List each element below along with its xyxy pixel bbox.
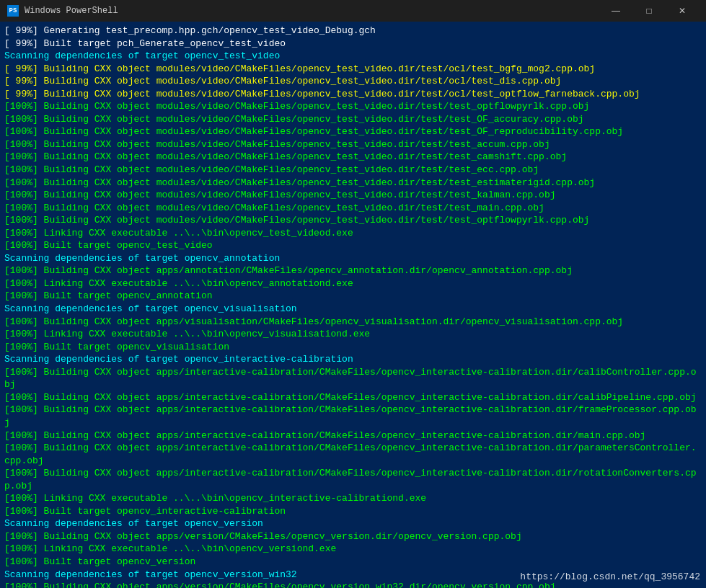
terminal-line: [100%] Building CXX object apps/interact… bbox=[4, 467, 702, 492]
terminal-line: [100%] Building CXX object apps/annotati… bbox=[4, 264, 702, 277]
terminal-line: [100%] Building CXX object apps/interact… bbox=[4, 366, 702, 391]
close-button[interactable]: ✕ bbox=[666, 0, 699, 22]
terminal-line: [100%] Building CXX object apps/interact… bbox=[4, 404, 702, 429]
terminal-line: Scanning dependencies of target opencv_v… bbox=[4, 303, 702, 316]
app-icon: PS bbox=[7, 5, 19, 17]
maximize-button[interactable]: □ bbox=[632, 0, 666, 22]
window-title: Windows PowerShell bbox=[25, 6, 599, 16]
terminal-line: [100%] Building CXX object modules/video… bbox=[4, 202, 702, 215]
terminal-line: [100%] Building CXX object modules/video… bbox=[4, 177, 702, 190]
window: PS Windows PowerShell — □ ✕ [ 99%] Gener… bbox=[0, 0, 706, 588]
terminal-line: Scanning dependencies of target opencv_v… bbox=[4, 517, 702, 530]
terminal-line: [100%] Linking CXX executable ..\..\bin\… bbox=[4, 492, 702, 505]
terminal-line: [100%] Building CXX object apps/interact… bbox=[4, 429, 702, 442]
terminal-line: Scanning dependencies of target opencv_t… bbox=[4, 50, 702, 63]
terminal-line: [100%] Building CXX object modules/video… bbox=[4, 138, 702, 151]
terminal-line: [100%] Building CXX object modules/video… bbox=[4, 125, 702, 138]
terminal-line: [100%] Built target opencv_version bbox=[4, 556, 702, 569]
terminal-line: [100%] Linking CXX executable ..\..\bin\… bbox=[4, 227, 702, 240]
terminal-line: [ 99%] Building CXX object modules/video… bbox=[4, 88, 702, 101]
titlebar: PS Windows PowerShell — □ ✕ bbox=[0, 0, 706, 22]
terminal-line: [100%] Built target opencv_test_video bbox=[4, 239, 702, 252]
terminal-line: [100%] Linking CXX executable ..\..\bin\… bbox=[4, 277, 702, 290]
terminal-line: [100%] Built target opencv_annotation bbox=[4, 290, 702, 303]
terminal-line: [100%] Building CXX object modules/video… bbox=[4, 189, 702, 202]
terminal-line: Scanning dependencies of target opencv_i… bbox=[4, 353, 702, 366]
terminal-line: [ 99%] Generating test_precomp.hpp.gch/o… bbox=[4, 24, 702, 37]
window-controls: — □ ✕ bbox=[599, 0, 699, 22]
app-icon-text: PS bbox=[9, 7, 17, 14]
terminal-line: Scanning dependencies of target opencv_a… bbox=[4, 252, 702, 265]
terminal-line: [100%] Building CXX object apps/interact… bbox=[4, 391, 702, 404]
terminal-output: [ 99%] Generating test_precomp.hpp.gch/o… bbox=[0, 22, 706, 588]
minimize-button[interactable]: — bbox=[599, 0, 632, 22]
terminal-line: [100%] Built target opencv_visualisation bbox=[4, 341, 702, 354]
terminal-line: [100%] Built target opencv_interactive-c… bbox=[4, 505, 702, 518]
terminal-line: [100%] Building CXX object modules/video… bbox=[4, 164, 702, 177]
terminal-line: [100%] Building CXX object modules/video… bbox=[4, 214, 702, 227]
terminal-line: [100%] Building CXX object apps/interact… bbox=[4, 442, 702, 467]
terminal-line: [100%] Building CXX object apps/version/… bbox=[4, 530, 702, 543]
terminal-line: [100%] Building CXX object modules/video… bbox=[4, 151, 702, 164]
terminal-line: [ 99%] Building CXX object modules/video… bbox=[4, 75, 702, 88]
terminal-line: [100%] Linking CXX executable ..\..\bin\… bbox=[4, 543, 702, 556]
terminal-line: [100%] Building CXX object modules/video… bbox=[4, 113, 702, 126]
terminal-line: [100%] Linking CXX executable ..\..\bin\… bbox=[4, 328, 702, 341]
watermark-text: https://blog.csdn.net/qq_3956742 bbox=[520, 571, 700, 582]
terminal-line: [100%] Building CXX object modules/video… bbox=[4, 100, 702, 113]
terminal-line: [ 99%] Built target pch_Generate_opencv_… bbox=[4, 37, 702, 50]
terminal-line: [ 99%] Building CXX object modules/video… bbox=[4, 63, 702, 76]
terminal-line: [100%] Building CXX object apps/visualis… bbox=[4, 316, 702, 329]
